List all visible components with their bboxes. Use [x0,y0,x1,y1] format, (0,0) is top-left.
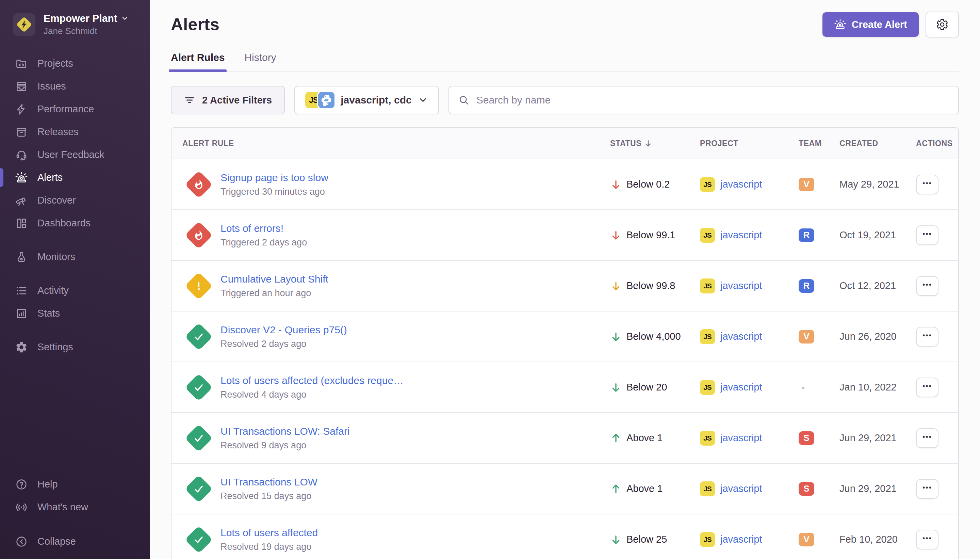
python-platform-icon [318,92,335,108]
project-link[interactable]: javascript [720,179,762,190]
row-actions-button[interactable]: ••• [916,479,939,499]
row-actions-button[interactable]: ••• [916,276,939,296]
created-date: Feb 10, 2020 [840,534,916,545]
project-selector-dropdown[interactable]: JS javascript, cdc [294,86,439,114]
sidebar-item-collapse[interactable]: Collapse [0,530,150,553]
sidebar-item-user-feedback[interactable]: User Feedback [0,143,150,166]
row-actions-button[interactable]: ••• [916,327,939,347]
alert-rule-link[interactable]: UI Transactions LOW [221,476,317,488]
table-row: Signup page is too slow Triggered 30 min… [172,159,958,210]
sort-descending-icon [644,139,652,147]
project-link[interactable]: javascript [720,483,762,495]
sidebar-item-label: Monitors [38,251,75,263]
sidebar-item-projects[interactable]: Projects [0,52,150,75]
sidebar-item-performance[interactable]: Performance [0,98,150,121]
created-date: May 29, 2021 [840,179,916,190]
project-link[interactable]: javascript [720,382,762,393]
table-body: Signup page is too slow Triggered 30 min… [172,159,958,559]
alert-settings-button[interactable] [926,12,959,38]
created-date: Oct 19, 2021 [840,230,916,241]
sidebar-item-label: Settings [38,341,73,353]
project-cell: JS javascript [700,329,799,344]
sidebar-item-monitors[interactable]: Monitors [0,245,150,268]
trend-arrow-down-icon [610,230,622,241]
status-cell: Above 1 [610,432,700,444]
alert-rule-link[interactable]: UI Transactions LOW: Safari [221,425,350,437]
alert-rule-cell: Cumulative Layout Shift Triggered an hou… [172,270,610,302]
alert-rule-text: Discover V2 - Queries p75() Resolved 2 d… [221,324,347,349]
sidebar-item-settings[interactable]: Settings [0,336,150,359]
row-actions-button[interactable]: ••• [916,225,939,245]
flask-icon [15,251,28,263]
alert-rule-link[interactable]: Lots of users affected (excludes reque… [221,375,404,386]
active-filters-button[interactable]: 2 Active Filters [171,86,285,114]
actions-cell: ••• [916,276,958,296]
org-name: Empower Plant [44,12,117,25]
alert-status-icon [182,320,215,353]
inbox-icon [15,80,28,93]
search-input[interactable] [476,94,949,106]
alert-rule-link[interactable]: Lots of errors! [221,223,307,234]
help-icon [15,478,28,491]
javascript-platform-icon: JS [700,380,715,395]
create-alert-label: Create Alert [852,19,907,30]
org-switcher[interactable]: Empower Plant Jane Schmidt [0,0,150,36]
project-cell: JS javascript [700,177,799,192]
javascript-platform-icon: JS [700,532,715,547]
status-value: Below 99.1 [627,230,675,241]
sidebar-item-stats[interactable]: Stats [0,302,150,325]
sidebar-item-what-s-new[interactable]: What's new [0,496,150,518]
javascript-platform-icon: JS [700,329,715,344]
sidebar-item-issues[interactable]: Issues [0,75,150,98]
actions-cell: ••• [916,175,958,194]
sidebar-item-discover[interactable]: Discover [0,189,150,212]
sidebar-item-activity[interactable]: Activity [0,279,150,302]
alert-rule-link[interactable]: Lots of users affected [221,527,318,539]
alert-rule-detail: Resolved 15 days ago [221,491,317,501]
column-header-project: PROJECT [700,139,799,148]
alert-rule-cell: Signup page is too slow Triggered 30 min… [172,168,610,201]
created-date: Jan 10, 2022 [840,382,916,393]
project-link[interactable]: javascript [720,432,762,443]
headset-icon [15,149,28,161]
status-cell: Below 20 [610,382,700,393]
project-link[interactable]: javascript [720,331,762,342]
row-actions-button[interactable]: ••• [916,377,939,397]
team-cell: V [799,330,840,344]
create-alert-button[interactable]: Create Alert [822,12,919,37]
trend-arrow-down-icon [610,534,622,546]
project-cell: JS javascript [700,278,799,293]
project-cell: JS javascript [700,481,799,496]
sidebar-item-alerts[interactable]: Alerts [0,166,150,189]
page-title: Alerts [171,15,219,35]
alert-rule-link[interactable]: Signup page is too slow [221,172,328,184]
sidebar-item-label: Stats [38,308,60,319]
sidebar-footer: Help What's new Collapse [0,473,150,553]
sidebar-item-dashboards[interactable]: Dashboards [0,212,150,235]
chart-icon [15,307,28,320]
tab-alert-rules[interactable]: Alert Rules [171,52,224,71]
status-value: Below 25 [627,534,667,545]
row-actions-button[interactable]: ••• [916,428,939,448]
alert-rule-detail: Resolved 19 days ago [221,542,318,552]
row-actions-button[interactable]: ••• [916,175,939,194]
project-link[interactable]: javascript [720,280,762,291]
alert-status-icon [182,523,215,556]
team-avatar: V [799,330,814,344]
main-content: Alerts Create Alert Alert Rules History … [150,0,980,559]
project-platform-icons: JS [305,92,335,108]
alert-rule-link[interactable]: Discover V2 - Queries p75() [221,324,347,336]
trend-arrow-up-icon [610,483,622,495]
project-link[interactable]: javascript [720,534,762,545]
tab-history[interactable]: History [244,52,276,71]
project-link[interactable]: javascript [720,230,762,241]
sidebar-item-label: Projects [38,58,73,69]
trend-arrow-up-icon [610,432,622,444]
row-actions-button[interactable]: ••• [916,530,939,549]
table-row: Lots of users affected Resolved 19 days … [172,514,958,559]
alert-rule-link[interactable]: Cumulative Layout Shift [221,273,328,285]
column-header-status[interactable]: STATUS [610,139,700,148]
sidebar-item-releases[interactable]: Releases [0,121,150,143]
sidebar-item-help[interactable]: Help [0,473,150,496]
user-name: Jane Schmidt [44,26,129,36]
